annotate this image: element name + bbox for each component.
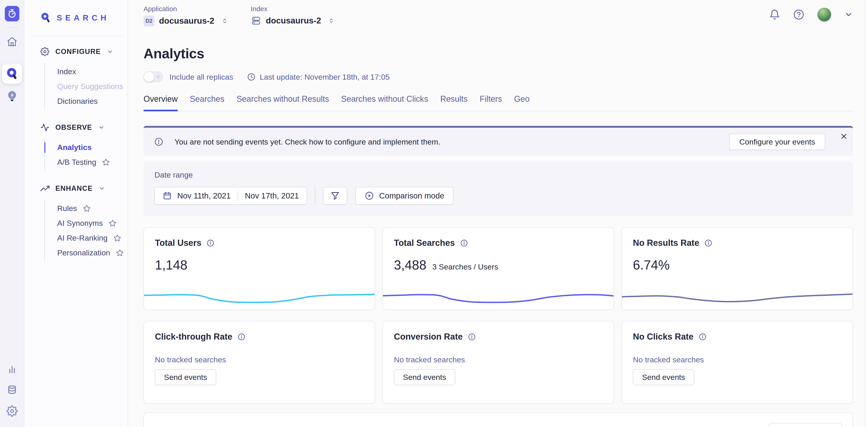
info-icon[interactable]	[468, 333, 476, 341]
star-icon[interactable]	[116, 249, 124, 257]
info-icon[interactable]	[704, 239, 712, 247]
tab-overview[interactable]: Overview	[144, 94, 178, 110]
tab-results[interactable]: Results	[440, 94, 467, 110]
analytics-meta-row: Include all replicas Last update: Novemb…	[144, 71, 853, 83]
date-range-button[interactable]: Nov 11th, 2021 Nov 17th, 2021	[154, 187, 307, 205]
star-icon[interactable]	[114, 234, 121, 242]
card-title: Total Searches	[394, 238, 455, 248]
star-icon[interactable]	[109, 220, 116, 227]
database-icon[interactable]	[3, 382, 21, 399]
sidebar-item-ab-testing[interactable]: A/B Testing	[57, 155, 128, 170]
logo-text: SEARCH	[57, 13, 110, 22]
empty-state-text: No tracked searches	[144, 355, 375, 364]
rail-divider	[5, 27, 19, 28]
sidebar-item-rules[interactable]: Rules	[57, 201, 128, 216]
index-label: Index	[251, 5, 335, 13]
tab-searches[interactable]: Searches	[190, 94, 224, 110]
select-up-down-icon	[328, 17, 335, 24]
info-icon[interactable]	[699, 333, 707, 341]
card-title: No Clicks Rate	[633, 332, 693, 342]
sidebar-item-index[interactable]: Index	[57, 64, 128, 79]
toggle-knob	[144, 72, 154, 82]
topbar: Application D2 docusaurus-2 Index docusa…	[128, 0, 868, 34]
sidebar-item-dictionaries[interactable]: Dictionaries	[57, 94, 128, 108]
tab-searches-without-clicks[interactable]: Searches without Clicks	[341, 94, 428, 110]
gear-icon[interactable]	[3, 402, 21, 420]
alert-info-icon	[154, 137, 163, 146]
card-conversion-rate: Conversion Rate No tracked searches Send…	[382, 321, 614, 404]
date-range-label: Date range	[154, 170, 842, 179]
nav-section-enhance: ENHANCE Rules AI Synonyms AI Re-Ranking	[40, 180, 128, 262]
application-label: Application	[144, 5, 228, 13]
chevron-down-icon	[98, 124, 104, 131]
main-area: Application D2 docusaurus-2 Index docusa…	[128, 0, 868, 427]
info-icon[interactable]	[238, 333, 246, 341]
trends-overview-card: Trends Overview Select series	[144, 413, 853, 427]
section-label: OBSERVE	[55, 123, 92, 132]
metric-value: 1,148	[155, 257, 187, 272]
configure-events-button[interactable]: Configure your events	[729, 134, 825, 150]
funnel-icon	[330, 191, 340, 200]
total-users-sparkline	[144, 284, 375, 306]
metric-value: 6.74%	[633, 257, 670, 272]
sidebar-item-personalization[interactable]: Personalization	[57, 245, 128, 260]
sidebar-item-ai-synonyms[interactable]: AI Synonyms	[57, 216, 128, 231]
date-separator	[238, 191, 238, 201]
info-icon[interactable]	[207, 239, 215, 247]
close-icon[interactable]	[838, 131, 849, 142]
logo-magnifier-icon	[40, 12, 52, 24]
search-icon[interactable]	[2, 64, 22, 84]
play-circle-icon	[365, 191, 374, 200]
date-start: Nov 11th, 2021	[177, 191, 231, 200]
account-chevron-down-icon[interactable]	[844, 10, 853, 19]
select-up-down-icon	[221, 18, 228, 24]
card-title: Total Users	[155, 238, 202, 248]
tab-geo[interactable]: Geo	[514, 94, 530, 110]
help-icon[interactable]	[793, 9, 804, 20]
send-events-button[interactable]: Send events	[633, 369, 694, 385]
info-icon[interactable]	[460, 239, 468, 247]
index-selector[interactable]: Index docusaurus-2	[251, 0, 335, 26]
filter-button[interactable]	[323, 187, 347, 205]
tab-filters[interactable]: Filters	[480, 94, 502, 110]
scrollbar[interactable]	[865, 0, 868, 427]
star-icon[interactable]	[102, 158, 110, 166]
search-logo[interactable]: SEARCH	[30, 0, 124, 36]
sidebar-item-analytics[interactable]: Analytics	[57, 140, 128, 155]
select-series-button[interactable]: Select series	[769, 423, 842, 427]
timer-app-icon[interactable]	[5, 6, 19, 22]
section-label: ENHANCE	[55, 184, 93, 193]
date-range-panel: Date range Nov 11th, 2021 Nov 17th, 2021	[144, 161, 853, 216]
events-banner: You are not sending events yet. Check ho…	[144, 126, 853, 156]
send-events-button[interactable]: Send events	[155, 369, 216, 385]
metric-cards-row: Total Users 1,148 Total Searches 3,488	[144, 227, 853, 310]
send-events-button[interactable]: Send events	[394, 369, 455, 385]
app-rail	[0, 0, 24, 427]
star-icon[interactable]	[83, 205, 91, 212]
application-selector[interactable]: Application D2 docusaurus-2	[144, 0, 228, 26]
card-title: Click-through Rate	[155, 332, 232, 342]
section-header-observe[interactable]: OBSERVE	[40, 120, 128, 135]
bell-icon[interactable]	[769, 9, 780, 20]
tracked-cards-row: Click-through Rate No tracked searches S…	[144, 321, 853, 404]
card-total-users: Total Users 1,148	[144, 227, 375, 310]
empty-state-text: No tracked searches	[622, 355, 852, 364]
include-replicas-toggle[interactable]	[144, 71, 163, 83]
total-searches-sparkline	[383, 284, 614, 306]
recommend-bulb-icon[interactable]	[3, 88, 21, 105]
gear-icon	[40, 47, 50, 56]
section-header-enhance[interactable]: ENHANCE	[40, 180, 128, 196]
trending-up-icon	[40, 184, 50, 193]
section-header-configure[interactable]: CONFIGURE	[40, 44, 128, 60]
bar-chart-icon[interactable]	[3, 361, 21, 378]
sidebar-item-query-suggestions[interactable]: Query Suggestions	[57, 79, 128, 94]
comparison-mode-button[interactable]: Comparison mode	[355, 187, 453, 205]
user-avatar[interactable]	[817, 8, 831, 22]
include-replicas-label: Include all replicas	[169, 73, 233, 81]
activity-icon	[40, 123, 50, 132]
home-icon[interactable]	[3, 33, 21, 51]
section-label: CONFIGURE	[55, 47, 101, 56]
sidebar: SEARCH CONFIGURE Index Query Suggestion	[24, 0, 128, 427]
tab-searches-without-results[interactable]: Searches without Results	[237, 94, 329, 110]
sidebar-item-ai-re-ranking[interactable]: AI Re-Ranking	[57, 231, 128, 245]
